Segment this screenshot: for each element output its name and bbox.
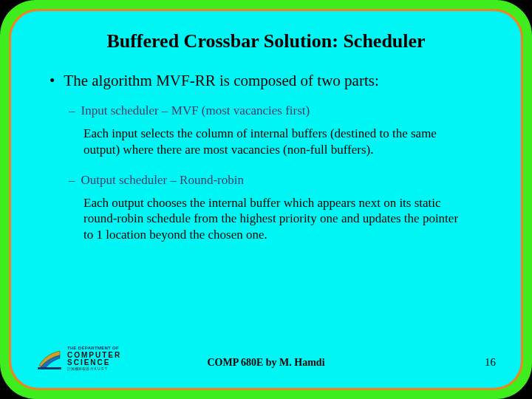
bullet-text: The algorithm MVF-RR is composed of two … (64, 72, 378, 90)
sub-bullet-2-title: Output scheduler – Round-robin (81, 173, 245, 188)
sub-bullet-1: – Input scheduler – MVF (most vacancies … (69, 103, 471, 158)
logo-line-1: THE DEPARTMENT OF (67, 346, 140, 350)
sub-bullet-dash: – (69, 173, 75, 188)
sub-bullet-1-head: – Input scheduler – MVF (most vacancies … (69, 103, 471, 118)
sub-bullet-2: – Output scheduler – Round-robin Each ou… (69, 173, 471, 243)
sub-bullet-2-head: – Output scheduler – Round-robin (69, 173, 471, 188)
bullet-dot: • (50, 72, 55, 90)
bullet-level-1: • The algorithm MVF-RR is composed of tw… (50, 72, 488, 90)
slide-inner-frame: Buffered Crossbar Solution: Scheduler • … (9, 9, 523, 390)
sub-bullet-1-body: Each input selects the column of interna… (83, 126, 471, 158)
slide-footer: THE DEPARTMENT OF COMPUTER SCIENCE 計算機科學… (11, 339, 521, 372)
slide-number: 16 (485, 356, 496, 369)
slide-title: Buffered Crossbar Solution: Scheduler (44, 30, 488, 52)
sub-bullet-1-title: Input scheduler – MVF (most vacancies fi… (81, 103, 310, 118)
footer-text: COMP 680E by M. Hamdi (11, 357, 521, 369)
sub-bullet-2-body: Each output chooses the internal buffer … (83, 195, 471, 243)
sub-bullet-dash: – (69, 103, 75, 118)
slide-outer-frame: Buffered Crossbar Solution: Scheduler • … (0, 0, 532, 399)
